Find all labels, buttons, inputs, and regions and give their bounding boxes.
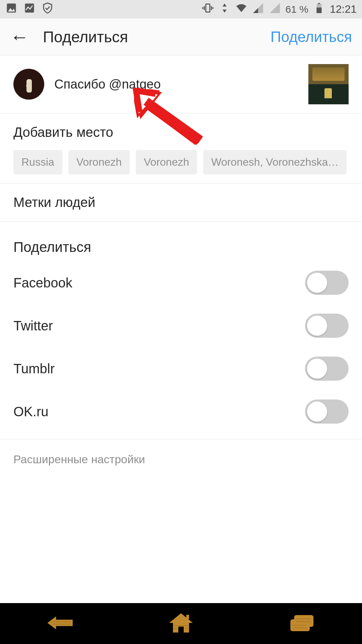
share-okru: OK.ru (0, 390, 362, 433)
svg-rect-14 (316, 8, 321, 13)
back-icon[interactable]: ← (10, 28, 29, 46)
tag-people-row[interactable]: Метки людей (0, 183, 362, 222)
location-chip[interactable]: Russia (13, 150, 62, 174)
add-place-row[interactable]: Добавить место (0, 113, 362, 143)
toggle-facebook[interactable] (305, 271, 349, 295)
nav-home-button[interactable] (168, 612, 194, 635)
svg-rect-18 (186, 615, 189, 619)
share-label: Twitter (13, 318, 53, 333)
clock: 12:21 (330, 3, 357, 15)
battery-icon (313, 2, 325, 16)
shield-icon (42, 2, 54, 16)
caption-text[interactable]: Спасибо @natgeo (54, 77, 298, 92)
share-label: Facebook (13, 275, 72, 290)
chart-icon (23, 2, 36, 16)
post-thumbnail[interactable] (308, 64, 349, 104)
status-bar: 61 % 12:21 (0, 0, 362, 18)
location-chips: Russia Voronezh Voronezh Woronesh, Voron… (0, 143, 362, 183)
data-icon (219, 2, 231, 16)
location-chip[interactable]: Voronezh (136, 150, 197, 174)
battery-text: 61 % (286, 4, 308, 15)
location-chip[interactable]: Woronesh, Voronezhska… (203, 150, 347, 174)
toggle-tumblr[interactable] (305, 357, 349, 381)
vibrate-icon (202, 2, 214, 16)
share-facebook: Facebook (0, 261, 362, 304)
nav-bar (0, 603, 362, 644)
location-chip[interactable]: Voronezh (68, 150, 130, 174)
caption-row[interactable]: Спасибо @natgeo (0, 55, 362, 113)
svg-marker-17 (169, 613, 193, 633)
svg-marker-8 (223, 4, 227, 7)
toggle-twitter[interactable] (305, 314, 349, 338)
share-tumblr: Tumblr (0, 347, 362, 390)
svg-rect-15 (318, 3, 320, 4)
svg-rect-3 (206, 4, 210, 12)
app-bar: ← Поделиться Поделиться (0, 18, 362, 55)
share-label: OK.ru (13, 404, 48, 419)
toggle-okru[interactable] (305, 399, 349, 424)
signal-icon-1 (252, 2, 264, 16)
nav-back-button[interactable] (47, 612, 74, 635)
svg-rect-20 (294, 615, 314, 627)
picture-icon (5, 2, 17, 16)
svg-marker-9 (223, 10, 227, 13)
wifi-icon (235, 2, 247, 16)
share-label: Tumblr (13, 361, 55, 376)
share-twitter: Twitter (0, 304, 362, 347)
share-action-button[interactable]: Поделиться (270, 29, 352, 45)
svg-marker-11 (253, 8, 258, 13)
appbar-title: Поделиться (43, 28, 270, 46)
signal-icon-2 (269, 2, 281, 16)
nav-recent-button[interactable] (288, 612, 315, 635)
avatar (13, 69, 44, 100)
svg-marker-12 (270, 3, 280, 13)
share-section-title: Поделиться (0, 222, 362, 261)
advanced-settings[interactable]: Расширенные настройки (0, 439, 362, 479)
